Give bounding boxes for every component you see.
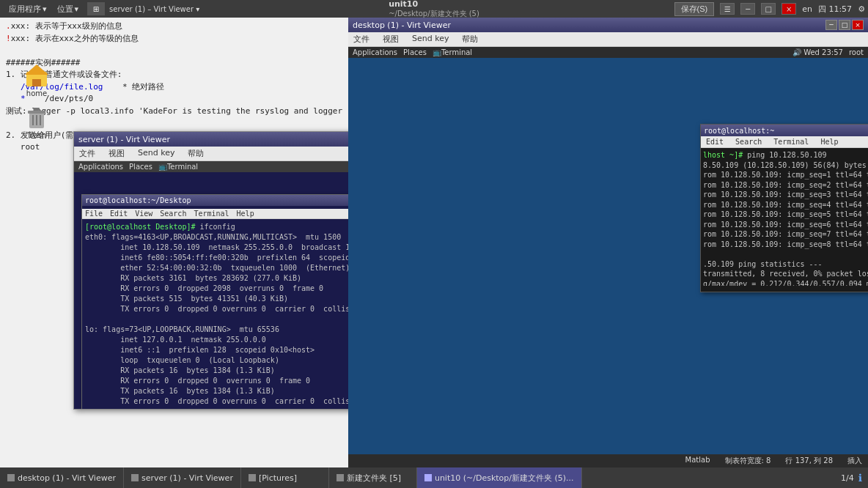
system-tray-icon: ⚙ bbox=[858, 4, 865, 14]
task-desktop1[interactable]: desktop (1) - Virt Viewer bbox=[0, 467, 124, 488]
term-menu-terminal[interactable]: Terminal bbox=[194, 210, 229, 218]
window-main-title: unit10 bbox=[389, 0, 479, 9]
settings-button[interactable]: ☰ bbox=[720, 3, 735, 15]
encoding-indicator: Matlab bbox=[685, 456, 710, 466]
term-line-15: RX errors 0 dropped 0 overruns 0 frame 0 bbox=[85, 376, 348, 386]
task-pictures[interactable]: [Pictures] bbox=[241, 467, 329, 488]
rt-line-10: rom 10.128.50.109: icmp_seq=8 ttl=64 tim… bbox=[703, 240, 868, 250]
minimize-button[interactable]: ─ bbox=[740, 3, 755, 15]
taskbar-right: 1/4 ℹ bbox=[841, 472, 862, 484]
tab-width-indicator: 制表符宽度: 8 bbox=[725, 456, 771, 466]
main-area: .xxx: 表示等于xxx级别的信息 !xxx: 表示在xxx之外的等级的信息 … bbox=[0, 18, 868, 467]
desktop1-title: desktop (1) - Virt Viewer bbox=[353, 21, 451, 30]
dropdown-arrow: ▾ bbox=[43, 4, 47, 14]
task-newfolder[interactable]: 新建文件夹 [5] bbox=[329, 467, 417, 488]
term-line-5: ether 52:54:00:00:32:0b txqueuelen 1000 … bbox=[85, 263, 348, 273]
term-menu-edit[interactable]: Edit bbox=[110, 210, 128, 218]
term-menu-search[interactable]: Search bbox=[160, 210, 186, 218]
server-menu-help[interactable]: 帮助 bbox=[185, 147, 206, 160]
app-menu: 应用程序 ▾ 位置 ▾ ⊞ server (1) – Virt Viewer ▾ bbox=[0, 2, 204, 16]
desktop1-close[interactable]: × bbox=[852, 20, 864, 30]
term-line-17: TX errors 0 dropped 0 overruns 0 carrier… bbox=[85, 396, 348, 407]
root-term-menu-edit[interactable]: Edit bbox=[704, 137, 726, 147]
desktop1-menu-sendkey[interactable]: Send key bbox=[410, 33, 451, 45]
svg-rect-5 bbox=[34, 108, 40, 111]
rt-line-5: rom 10.128.50.109: icmp_seq=3 ttl=64 tim… bbox=[703, 190, 868, 200]
maximize-button[interactable]: □ bbox=[761, 3, 776, 15]
desktop1-terminal-btn[interactable]: 📺Terminal bbox=[433, 48, 472, 56]
term-menu-view[interactable]: View bbox=[135, 210, 152, 218]
server-menu-file[interactable]: 文件 bbox=[77, 147, 98, 160]
term-line-9: TX errors 0 dropped 0 overruns 0 carrier… bbox=[85, 304, 348, 314]
places-btn[interactable]: Places bbox=[129, 163, 152, 171]
close-button[interactable]: × bbox=[781, 3, 796, 15]
menu-applications[interactable]: 应用程序 ▾ bbox=[4, 2, 51, 16]
server-inner-bar: Applications Places 📺Terminal 🔊 Wed 23:5… bbox=[74, 161, 348, 172]
desktop1-maximize[interactable]: □ bbox=[839, 20, 850, 30]
server-virt-viewer-window: server (1) - Virt Viewer ─ □ × 文件 视图 Sen… bbox=[73, 131, 348, 410]
rt-line-7: rom 10.128.50.109: icmp_seq=5 ttl=64 tim… bbox=[703, 210, 868, 220]
root-terminal-content: lhost ~]# ping 10.128.50.109 8.50.109 (1… bbox=[701, 148, 868, 286]
root-term-menu-terminal[interactable]: Terminal bbox=[771, 137, 811, 147]
term-line-2: eth0: flags=4163<UP,BROADCAST,RUNNING,MU… bbox=[85, 232, 348, 243]
root-terminal-window: root@localhost:~ ─ □ × Edit Search Termi… bbox=[700, 124, 868, 292]
server-menu-sendkey[interactable]: Send key bbox=[136, 147, 177, 160]
inner-terminal-menu: File Edit View Search Terminal Help bbox=[82, 209, 348, 219]
trash-icon-desktop[interactable]: Trash bbox=[15, 103, 59, 139]
dropdown-arrow2: ▾ bbox=[75, 4, 79, 14]
page-indicator: 1/4 bbox=[841, 473, 854, 483]
desktop1-apps-btn[interactable]: Applications bbox=[353, 48, 397, 56]
doc-line-2: !xxx: 表示在xxx之外的等级的信息 bbox=[6, 33, 342, 45]
desktop1-time: 🔊 Wed 23:57 bbox=[792, 48, 843, 56]
term-menu-file[interactable]: File bbox=[85, 210, 103, 218]
server-menu-view[interactable]: 视图 bbox=[106, 147, 127, 160]
term-line-14: RX packets 16 bytes 1384 (1.3 KiB) bbox=[85, 366, 348, 376]
home-folder-icon bbox=[23, 62, 50, 88]
language-indicator: en bbox=[802, 4, 812, 14]
root-terminal-menu: Edit Search Terminal Help bbox=[701, 136, 868, 148]
desktop1-win-controls: ─ □ × bbox=[825, 20, 864, 30]
taskbar-right-area: 保存(S) ☰ ─ □ × en 四 11:57 ⚙ bbox=[674, 2, 866, 16]
term-line-16: TX packets 16 bytes 1384 (1.3 KiB) bbox=[85, 386, 348, 396]
root-term-menu-search[interactable]: Search bbox=[733, 137, 764, 147]
term-menu-help[interactable]: Help bbox=[237, 210, 254, 218]
terminal-content: [root@localhost Desktop]# ifconfig eth0:… bbox=[85, 222, 348, 409]
task-dot-4 bbox=[336, 474, 344, 481]
rt-line-8: rom 10.128.50.109: icmp_seq=6 ttl=64 tim… bbox=[703, 220, 868, 230]
server-virt-title-bar: server (1) - Virt Viewer ─ □ × bbox=[74, 132, 348, 147]
term-line-11: inet 127.0.0.1 netmask 255.0.0.0 bbox=[85, 335, 348, 345]
inner-terminal-title: root@localhost:~/Desktop bbox=[85, 196, 191, 204]
taskbar-bottom: desktop (1) - Virt Viewer server (1) - V… bbox=[0, 467, 868, 488]
desktop1-title-bar: desktop (1) - Virt Viewer ─ □ × bbox=[348, 18, 868, 32]
term-line-6: RX packets 3161 bytes 283692 (277.0 KiB) bbox=[85, 273, 348, 284]
svg-marker-1 bbox=[25, 64, 48, 75]
task-server1[interactable]: server (1) - Virt Viewer bbox=[124, 467, 241, 488]
rt-line-3: rom 10.128.50.109: icmp_seq=1 ttl=64 tim… bbox=[703, 170, 868, 180]
home-icon-desktop[interactable]: home bbox=[15, 62, 59, 97]
server-virt-menu-bar: 文件 视图 Send key 帮助 bbox=[74, 147, 348, 161]
left-panel: .xxx: 表示等于xxx级别的信息 !xxx: 表示在xxx之外的等级的信息 … bbox=[0, 18, 348, 467]
cursor-position: 行 137, 列 28 bbox=[785, 456, 833, 466]
save-button[interactable]: 保存(S) bbox=[674, 2, 715, 16]
desktop1-menu-help[interactable]: 帮助 bbox=[460, 33, 480, 45]
applications-btn[interactable]: Applications bbox=[78, 163, 123, 171]
task-dot-1 bbox=[7, 474, 15, 481]
desktop1-user: root bbox=[849, 48, 864, 56]
root-terminal-title: root@localhost:~ bbox=[704, 127, 774, 135]
window-icon[interactable]: ⊞ bbox=[87, 2, 105, 15]
terminal-btn[interactable]: 📺Terminal bbox=[158, 163, 198, 171]
term-line-4: inet6 fe80::5054:ff:fe00:320b prefixlen … bbox=[85, 253, 348, 263]
desktop1-viewer-window: desktop (1) - Virt Viewer ─ □ × 文件 视图 Se… bbox=[348, 18, 868, 467]
desktop1-menu-view[interactable]: 视图 bbox=[380, 33, 401, 45]
menu-places[interactable]: 位置 ▾ bbox=[53, 2, 84, 16]
task-unit10[interactable]: unit10 (~/Desktop/新建文件夹 (5)... bbox=[417, 467, 582, 488]
desktop1-menu-file[interactable]: 文件 bbox=[351, 33, 372, 45]
svg-rect-2 bbox=[32, 79, 41, 86]
desktop1-minimize[interactable]: ─ bbox=[825, 20, 837, 30]
desktop1-places-btn[interactable]: Places bbox=[403, 48, 427, 56]
rt-line-4: rom 10.128.50.109: icmp_seq=2 ttl=64 tim… bbox=[703, 180, 868, 191]
root-term-menu-help[interactable]: Help bbox=[818, 137, 840, 147]
task-pictures-label: [Pictures] bbox=[259, 473, 297, 483]
applications-label: 应用程序 bbox=[9, 4, 41, 15]
rt-line-9: rom 10.128.50.109: icmp_seq=7 ttl=64 tim… bbox=[703, 229, 868, 240]
